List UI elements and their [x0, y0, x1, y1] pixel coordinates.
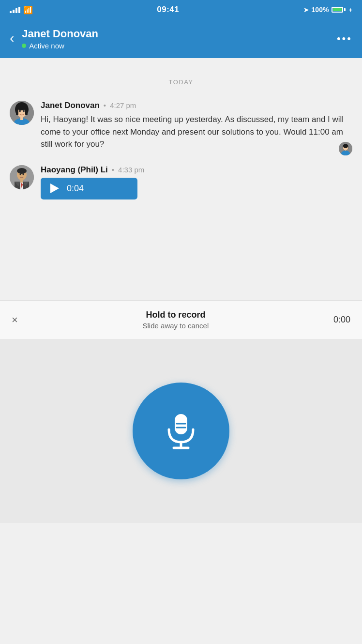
svg-rect-9: [20, 116, 23, 120]
status-bar-left: 📶: [10, 5, 33, 15]
charging-icon: +: [348, 6, 352, 14]
contact-status: Active now: [22, 42, 337, 50]
read-receipt-avatar: [339, 142, 352, 155]
voice-message-player[interactable]: 0:04: [41, 178, 137, 199]
header-contact-info: Janet Donovan Active now: [22, 28, 337, 49]
svg-point-18: [20, 173, 21, 175]
wifi-icon: 📶: [23, 5, 33, 15]
mic-area: [0, 339, 362, 523]
separator-dot: •: [104, 101, 106, 109]
svg-point-7: [23, 110, 25, 112]
janet-message-text: Hi, Haoyang! It was so nice meeting up y…: [41, 113, 352, 151]
haoyang-message-time: 4:33 pm: [118, 166, 144, 174]
svg-rect-4: [16, 108, 18, 115]
svg-rect-5: [25, 108, 28, 115]
slide-away-text: Slide away to cancel: [18, 322, 333, 330]
separator-dot-2: •: [112, 166, 114, 174]
haoyang-avatar: [10, 165, 34, 189]
location-icon: ➤: [303, 6, 309, 14]
battery-icon: [332, 7, 346, 13]
janet-message-content: Janet Donovan • 4:27 pm Hi, Haoyang! It …: [41, 101, 352, 151]
play-button-icon[interactable]: [50, 184, 59, 193]
battery-percent: 100%: [312, 6, 329, 14]
date-divider: TODAY: [0, 77, 362, 86]
back-button[interactable]: ‹: [10, 31, 14, 45]
more-options-button[interactable]: •••: [337, 32, 352, 45]
recording-timer: 0:00: [333, 315, 350, 325]
contact-name: Janet Donovan: [22, 28, 337, 40]
chat-header: ‹ Janet Donovan Active now •••: [0, 19, 362, 58]
haoyang-sender-name: Haoyang (Phil) Li: [41, 165, 108, 175]
recording-info: Hold to record Slide away to cancel: [18, 310, 333, 330]
janet-avatar: [10, 101, 34, 125]
haoyang-message-content: Haoyang (Phil) Li • 4:33 pm 0:04: [41, 165, 352, 199]
svg-rect-25: [20, 179, 23, 183]
hold-to-record-text: Hold to record: [18, 310, 333, 320]
svg-point-6: [19, 110, 21, 112]
haoyang-message-header: Haoyang (Phil) Li • 4:33 pm: [41, 165, 352, 175]
janet-message-time: 4:27 pm: [110, 101, 136, 109]
svg-point-17: [17, 168, 27, 174]
recording-bar: × Hold to record Slide away to cancel 0:…: [0, 300, 362, 339]
janet-message-header: Janet Donovan • 4:27 pm: [41, 101, 352, 110]
svg-point-13: [343, 144, 348, 148]
chat-area: TODAY: [0, 58, 362, 300]
haoyang-message-row: Haoyang (Phil) Li • 4:33 pm 0:04: [0, 165, 362, 199]
janet-sender-name: Janet Donovan: [41, 101, 100, 110]
status-bar-right: ➤ 100% +: [303, 6, 352, 14]
signal-icon: [10, 6, 20, 13]
status-time: 09:41: [157, 5, 179, 15]
active-dot-icon: [22, 44, 26, 48]
voice-duration: 0:04: [67, 184, 84, 194]
date-divider-text: TODAY: [168, 78, 193, 86]
active-status-text: Active now: [29, 42, 64, 50]
cancel-recording-button[interactable]: ×: [12, 314, 18, 326]
svg-point-19: [23, 173, 24, 175]
status-bar: 📶 09:41 ➤ 100% +: [0, 0, 362, 19]
mic-record-button[interactable]: [133, 383, 229, 479]
message-row: Janet Donovan • 4:27 pm Hi, Haoyang! It …: [0, 101, 362, 151]
microphone-icon: [159, 409, 203, 453]
